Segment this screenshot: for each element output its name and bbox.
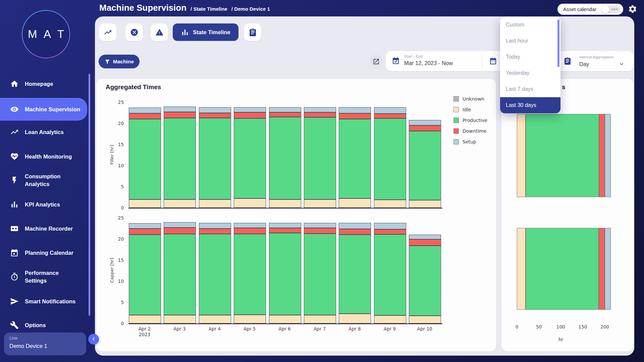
sidebar-item-homepage[interactable]: Homepage bbox=[0, 76, 87, 92]
bar-segment-productive bbox=[129, 119, 161, 199]
sidebar-item-performance-settings[interactable]: Performance Settings bbox=[0, 266, 87, 288]
legend-item-productive[interactable]: Productive bbox=[453, 115, 487, 126]
bar-segment-downtime bbox=[234, 112, 266, 118]
dropdown-item-last-7-days[interactable]: Last 7 days bbox=[500, 81, 560, 97]
eye-icon bbox=[10, 105, 19, 114]
sidebar-item-label: Performance Settings bbox=[25, 269, 81, 285]
sidebar-collapse-button[interactable] bbox=[88, 334, 99, 345]
tab-state-timeline[interactable]: State Timeline bbox=[173, 23, 238, 41]
sidebar-item-smart-notifications[interactable]: Smart Notifications bbox=[0, 290, 87, 312]
heart-pulse-icon bbox=[10, 152, 19, 161]
x-tick-label: Apr 9 bbox=[374, 326, 406, 332]
legend-label: Unknown bbox=[463, 96, 484, 102]
date-range-icon[interactable] bbox=[489, 57, 497, 65]
chevron-down-icon[interactable] bbox=[618, 61, 625, 67]
legend-label: Productive bbox=[463, 118, 487, 123]
bar-chart-icon bbox=[10, 200, 19, 209]
dropdown-item-last-30-days[interactable]: Last 30 days bbox=[500, 97, 560, 113]
plot-area bbox=[128, 102, 442, 208]
sidebar-item-machine-recorder[interactable]: Machine Recorder bbox=[0, 221, 87, 237]
legend-item-setup[interactable]: Setup bbox=[453, 136, 487, 147]
sidebar-item-machine-supervision[interactable]: Machine Supervision bbox=[0, 98, 87, 121]
bar-segment-idle bbox=[129, 315, 161, 323]
interval-aggregation-value[interactable]: Day bbox=[579, 61, 589, 67]
stacked-bar bbox=[234, 107, 266, 208]
bar-segment-productive bbox=[409, 246, 441, 316]
bar-segment-downtime bbox=[164, 112, 196, 118]
dropdown-scrollbar[interactable] bbox=[557, 19, 559, 67]
sidebar-item-label: Health Monitoring bbox=[25, 153, 81, 161]
bolt-icon bbox=[10, 176, 19, 185]
expand-button[interactable] bbox=[370, 55, 382, 68]
bar-segment-idle bbox=[199, 199, 231, 208]
bar-segment-idle bbox=[339, 314, 371, 323]
bar-segment-productive bbox=[339, 235, 371, 314]
sidebar-item-label: Consumption Analytics bbox=[25, 173, 81, 188]
y-tick: 10 bbox=[118, 163, 124, 168]
tab-warnings[interactable] bbox=[151, 23, 168, 41]
stacked-bar bbox=[339, 107, 371, 208]
bar-segment-downtime bbox=[339, 229, 371, 235]
stacked-bar bbox=[234, 223, 266, 323]
device-card[interactable]: Line Demo Device 1 bbox=[4, 333, 86, 355]
sidebar-item-planning-calendar[interactable]: Planning Calendar bbox=[0, 242, 87, 264]
date-range-value[interactable]: Mar 12, 2023 - Now bbox=[404, 60, 453, 66]
x-tick: 100 bbox=[556, 324, 565, 329]
sidebar-item-options[interactable]: Options bbox=[0, 317, 87, 333]
sidebar-item-health-monitoring[interactable]: Health Monitoring bbox=[0, 148, 87, 165]
bar-segment-idle bbox=[409, 316, 441, 323]
dropdown-item-custom[interactable]: Custom bbox=[500, 17, 560, 33]
heart-pulse-icon bbox=[10, 152, 19, 161]
bar-segment-setup bbox=[304, 223, 336, 228]
bar-segment-downtime bbox=[374, 229, 406, 234]
y-tick: 25 bbox=[118, 100, 124, 105]
legend-item-idle[interactable]: Idle bbox=[453, 104, 487, 115]
sidebar-item-consumption-analytics[interactable]: Consumption Analytics bbox=[0, 169, 87, 191]
legend-label: Setup bbox=[463, 139, 476, 144]
legend-item-unknown[interactable]: Unknown bbox=[453, 94, 487, 104]
dropdown-item-last-hour[interactable]: Last hour bbox=[500, 33, 560, 49]
toggle-knob[interactable] bbox=[601, 5, 609, 13]
tab-errors[interactable] bbox=[125, 23, 143, 41]
bar-segment-downtime bbox=[164, 228, 196, 234]
bar-segment-setup bbox=[605, 114, 611, 197]
toggle-track[interactable]: OFF bbox=[601, 6, 621, 13]
stacked-bar bbox=[409, 235, 441, 323]
page-title: Machine Supervision bbox=[99, 3, 186, 13]
y-tick: 20 bbox=[118, 121, 124, 126]
bar-segment-downtime bbox=[199, 229, 231, 234]
bar-segment-setup bbox=[269, 107, 301, 112]
eye-icon bbox=[10, 105, 19, 114]
chevron-left-icon bbox=[90, 336, 97, 343]
bar-segment-setup bbox=[199, 223, 231, 228]
bar-segment-setup bbox=[269, 223, 301, 228]
bar-segment-downtime bbox=[129, 113, 161, 119]
dropdown-item-yesterday[interactable]: Yesterday bbox=[500, 65, 560, 81]
legend-swatch bbox=[453, 96, 459, 102]
tab-report[interactable] bbox=[244, 23, 261, 41]
bar-segment-downtime bbox=[269, 112, 301, 117]
bar-segment-downtime bbox=[599, 228, 605, 310]
divider bbox=[482, 54, 482, 68]
sidebar-item-lean-analytics[interactable]: Lean Analytics bbox=[0, 124, 87, 140]
home-icon bbox=[10, 79, 19, 88]
breadcrumb-device: / Demo Device 1 bbox=[231, 6, 270, 12]
x-circle-icon bbox=[130, 28, 139, 37]
asset-calendar-toggle[interactable]: Asset calendar OFF bbox=[557, 4, 623, 15]
sidebar-scrollbar[interactable] bbox=[89, 74, 90, 316]
settings-button[interactable] bbox=[628, 4, 637, 14]
y-tick: 25 bbox=[118, 215, 124, 221]
x-tick-label: Apr 8 bbox=[338, 326, 371, 332]
x-tick: 0 bbox=[516, 324, 519, 329]
tab-trend[interactable] bbox=[99, 23, 116, 41]
legend-item-downtime[interactable]: Downtime bbox=[453, 126, 487, 136]
dropdown-item-today[interactable]: Today bbox=[500, 49, 560, 65]
sidebar-item-kpi-analytics[interactable]: KPI Analytics bbox=[0, 196, 87, 213]
bar-segment-productive bbox=[374, 118, 406, 200]
warning-icon bbox=[155, 28, 164, 37]
bar-segment-productive bbox=[234, 234, 266, 315]
bar-segment-productive bbox=[199, 118, 231, 199]
stacked-bar bbox=[164, 107, 196, 208]
bar-segment-idle bbox=[199, 315, 231, 323]
machine-filter-button[interactable]: Machine bbox=[99, 55, 140, 68]
